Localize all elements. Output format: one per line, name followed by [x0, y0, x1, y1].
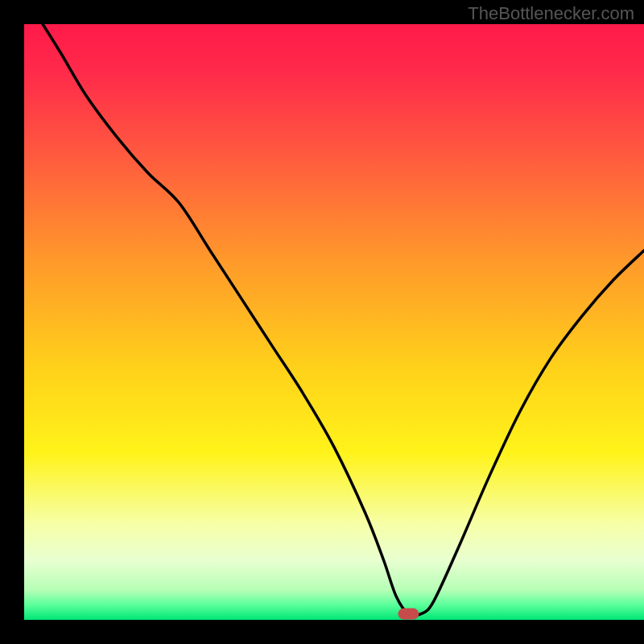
chart-svg [0, 0, 644, 644]
bottleneck-chart: TheBottlenecker.com [0, 0, 644, 644]
gradient-plot-area [24, 24, 644, 620]
watermark-label: TheBottlenecker.com [468, 3, 634, 24]
optimal-marker [398, 609, 419, 620]
